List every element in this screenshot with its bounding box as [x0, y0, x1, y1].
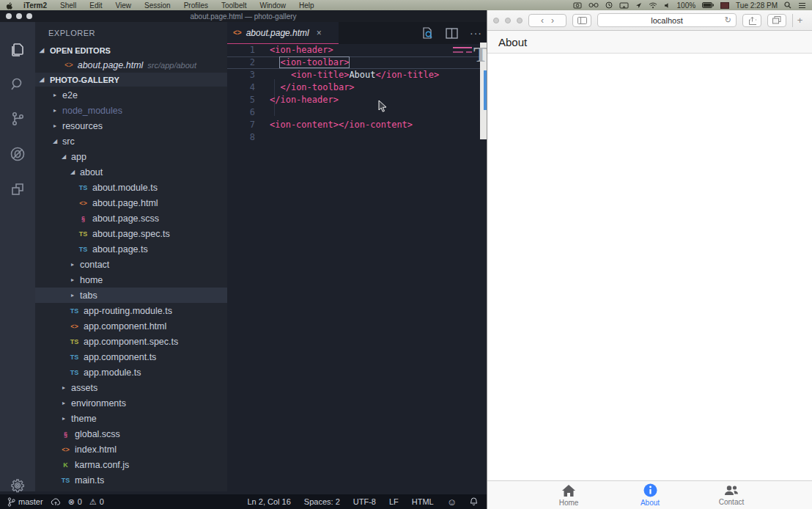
code-line-3[interactable]: 3 <ion-title>About</ion-title> — [227, 69, 487, 81]
open-editors-header[interactable]: ◢ OPEN EDITORS — [35, 43, 227, 57]
tree-folder-home[interactable]: ▸home — [35, 272, 227, 288]
tree-file-app-routing.module.ts[interactable]: TSapp-routing.module.ts — [35, 303, 227, 318]
menu-item-toolbelt[interactable]: Toolbelt — [215, 1, 253, 10]
tree-folder-app[interactable]: ◢app — [35, 149, 227, 164]
menu-item-iterm2[interactable]: iTerm2 — [17, 1, 53, 10]
tree-folder-assets[interactable]: ▸assets — [35, 380, 227, 395]
tree-file-karma.conf.js[interactable]: Kkarma.conf.js — [35, 457, 227, 472]
forward-button[interactable]: › — [551, 15, 554, 26]
code-line-1[interactable]: 1<ion-header> — [227, 44, 487, 56]
tree-folder-environments[interactable]: ▸environments — [35, 395, 227, 411]
encoding[interactable]: UTF-8 — [353, 497, 376, 506]
tree-item-label: global.scss — [75, 429, 120, 439]
tree-file-about.module.ts[interactable]: TSabout.module.ts — [35, 180, 227, 195]
menu-item-session[interactable]: Session — [138, 1, 177, 10]
new-tab-button[interactable]: + — [792, 14, 807, 27]
tree-file-about.page.scss[interactable]: §about.page.scss — [35, 210, 227, 226]
tab-about-page-html[interactable]: <> about.page.html × — [227, 22, 339, 44]
back-button[interactable]: ‹ — [541, 15, 544, 26]
apple-icon[interactable] — [6, 1, 12, 10]
cursor-position[interactable]: Ln 2, Col 16 — [248, 497, 291, 506]
menu-item-edit[interactable]: Edit — [83, 1, 108, 10]
tree-file-index.html[interactable]: <>index.html — [35, 442, 227, 457]
notification-center-icon[interactable] — [798, 2, 806, 9]
extensions-icon[interactable] — [9, 180, 26, 198]
tree-folder-e2e[interactable]: ▸e2e — [35, 87, 227, 103]
minimize-window-button[interactable] — [505, 18, 511, 23]
address-bar[interactable]: localhost ↻ — [597, 13, 737, 27]
sync-status[interactable] — [51, 498, 61, 506]
volume-icon[interactable] — [664, 2, 671, 9]
tree-file-main.ts[interactable]: TSmain.ts — [35, 472, 227, 488]
git-branch-status[interactable]: master — [7, 497, 43, 507]
code-line-8[interactable]: 8 — [227, 131, 487, 144]
settings-gear-icon[interactable] — [9, 477, 26, 494]
code-line-5[interactable]: 5</ion-header> — [227, 94, 487, 106]
display-mirroring-icon[interactable] — [619, 2, 629, 9]
search-icon[interactable] — [9, 76, 26, 93]
tree-folder-contact[interactable]: ▸contact — [35, 257, 227, 272]
tree-file-app.component.spec.ts[interactable]: TSapp.component.spec.ts — [35, 334, 227, 349]
clock-icon[interactable] — [605, 1, 613, 9]
source-control-icon[interactable] — [9, 110, 26, 128]
tree-file-app.component.html[interactable]: <>app.component.html — [35, 318, 227, 334]
glasses-icon[interactable] — [588, 2, 599, 8]
sidebar-toggle-button[interactable] — [572, 14, 591, 27]
errors-status[interactable]: ⊗ 0 — [68, 497, 82, 507]
location-icon[interactable] — [635, 2, 642, 9]
explorer-icon[interactable] — [9, 41, 26, 59]
twistie-icon: ▸ — [51, 107, 59, 114]
tree-file-global.scss[interactable]: §global.scss — [35, 426, 227, 442]
tree-folder-node_modules[interactable]: ▸node_modules — [35, 103, 227, 118]
tree-folder-theme[interactable]: ▸theme — [35, 411, 227, 426]
indentation[interactable]: Spaces: 2 — [304, 497, 340, 506]
eol-type[interactable]: LF — [389, 497, 399, 506]
tree-file-about.page.html[interactable]: <>about.page.html — [35, 195, 227, 210]
tab-home[interactable]: Home — [528, 481, 610, 509]
close-window-button[interactable] — [493, 18, 499, 23]
ion-tab-bar: HomeAboutContact — [487, 480, 812, 509]
open-editor-item[interactable]: <> about.page.html src/app/about — [35, 57, 227, 73]
tree-file-about.page.spec.ts[interactable]: TSabout.page.spec.ts — [35, 226, 227, 241]
menu-item-profiles[interactable]: Profiles — [177, 1, 215, 10]
spotlight-icon[interactable] — [784, 1, 791, 9]
menu-item-help[interactable]: Help — [292, 1, 321, 10]
zoom-window-button[interactable] — [517, 18, 523, 23]
debug-icon[interactable] — [9, 145, 26, 163]
notifications-bell-icon[interactable] — [470, 497, 478, 506]
tree-folder-tabs[interactable]: ▸tabs — [35, 288, 227, 303]
menu-item-window[interactable]: Window — [253, 1, 292, 10]
code-line-2[interactable]: 2 <ion-toolbar> — [227, 56, 487, 69]
share-button[interactable] — [742, 14, 761, 27]
tab-contact[interactable]: Contact — [691, 481, 772, 509]
vscode-title-bar[interactable]: about.page.html — photo-gallery — [0, 10, 487, 22]
tree-folder-src[interactable]: ◢src — [35, 133, 227, 149]
warnings-status[interactable]: ⚠ 0 — [89, 497, 104, 507]
input-source-flag-icon[interactable] — [720, 2, 729, 9]
tree-file-app.module.ts[interactable]: TSapp.module.ts — [35, 365, 227, 380]
code-editor[interactable]: 1<ion-header>2 <ion-toolbar>3 <ion-title… — [227, 44, 487, 491]
close-tab-icon[interactable]: × — [317, 28, 322, 38]
screenshot-icon[interactable] — [573, 1, 582, 9]
code-line-7[interactable]: 7<ion-content></ion-content> — [227, 119, 487, 131]
reload-icon[interactable]: ↻ — [725, 15, 731, 25]
language-mode[interactable]: HTML — [412, 497, 434, 506]
feedback-smiley-icon[interactable]: ☺ — [447, 497, 457, 508]
battery-icon[interactable] — [702, 2, 714, 8]
more-actions-icon[interactable]: ··· — [470, 27, 482, 39]
project-section-header[interactable]: ◢ PHOTO-GALLERY — [35, 73, 227, 87]
tree-file-about.page.ts[interactable]: TSabout.page.ts — [35, 241, 227, 257]
tree-folder-about[interactable]: ◢about — [35, 164, 227, 180]
code-line-6[interactable]: 6 — [227, 106, 487, 119]
split-editor-icon[interactable] — [446, 28, 458, 39]
tab-overview-button[interactable] — [767, 14, 786, 27]
code-line-4[interactable]: 4 </ion-toolbar> — [227, 81, 487, 94]
menu-clock[interactable]: Tue 2:28 PM — [736, 1, 778, 10]
menu-item-view[interactable]: View — [109, 1, 139, 10]
tree-file-app.component.ts[interactable]: TSapp.component.ts — [35, 349, 227, 365]
wifi-icon[interactable] — [649, 2, 657, 9]
open-preview-icon[interactable] — [421, 26, 434, 40]
menu-item-shell[interactable]: Shell — [53, 1, 83, 10]
tab-about[interactable]: About — [610, 481, 691, 509]
tree-folder-resources[interactable]: ▸resources — [35, 118, 227, 133]
